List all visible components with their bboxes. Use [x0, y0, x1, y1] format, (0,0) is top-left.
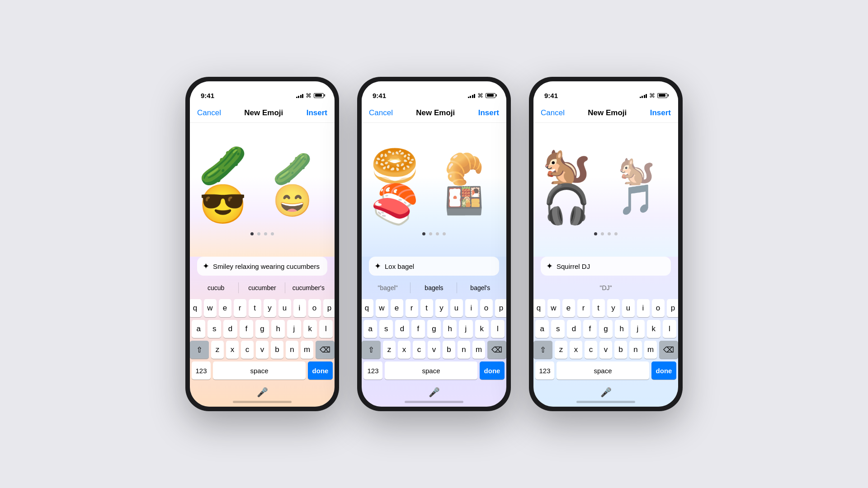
emoji-secondary-1[interactable]: 🥒😄	[273, 153, 326, 216]
key-z-3[interactable]: z	[555, 341, 567, 359]
cancel-button-1[interactable]: Cancel	[197, 108, 221, 117]
key-j-3[interactable]: j	[631, 320, 644, 338]
emoji-secondary-3[interactable]: 🐿️🎵	[618, 155, 669, 214]
autocomplete-item-1-0[interactable]: cucub	[193, 282, 239, 293]
key-c-1[interactable]: c	[241, 341, 254, 359]
key-w-1[interactable]: w	[204, 299, 217, 317]
key-g-3[interactable]: g	[599, 320, 613, 338]
input-field-2[interactable]: ✦ Lox bagel	[369, 257, 499, 276]
shift-key-3[interactable]: ⇧	[533, 341, 552, 359]
emoji-main-1[interactable]: 🥒😎	[199, 146, 264, 223]
key-k-1[interactable]: k	[303, 320, 317, 338]
input-field-3[interactable]: ✦ Squirrel DJ	[541, 257, 671, 276]
key-x-1[interactable]: x	[226, 341, 239, 359]
key-y-1[interactable]: y	[264, 299, 276, 317]
key-l-2[interactable]: l	[491, 320, 505, 338]
num-key-1[interactable]: 123	[192, 361, 211, 380]
key-e-3[interactable]: e	[562, 299, 575, 317]
key-b-3[interactable]: b	[614, 341, 627, 359]
key-k-2[interactable]: k	[475, 320, 489, 338]
key-r-3[interactable]: r	[577, 299, 590, 317]
key-h-1[interactable]: h	[271, 320, 285, 338]
emoji-secondary-2[interactable]: 🥐🍱	[444, 153, 497, 216]
delete-key-3[interactable]: ⌫	[659, 341, 678, 359]
shift-key-1[interactable]: ⇧	[190, 341, 209, 359]
key-n-2[interactable]: n	[458, 341, 470, 359]
key-s-2[interactable]: s	[379, 320, 393, 338]
key-o-3[interactable]: o	[652, 299, 665, 317]
key-o-1[interactable]: o	[308, 299, 321, 317]
key-a-2[interactable]: a	[363, 320, 377, 338]
input-field-1[interactable]: ✦ Smiley relaxing wearing cucumbers	[197, 257, 327, 276]
key-v-2[interactable]: v	[428, 341, 440, 359]
key-n-3[interactable]: n	[629, 341, 642, 359]
key-x-3[interactable]: x	[570, 341, 582, 359]
key-m-2[interactable]: m	[472, 341, 485, 359]
key-h-2[interactable]: h	[443, 320, 457, 338]
key-q-1[interactable]: q	[190, 299, 202, 317]
mic-icon-1[interactable]: 🎤	[257, 387, 268, 398]
autocomplete-item-1-1[interactable]: cucumber	[240, 282, 285, 293]
key-c-2[interactable]: c	[413, 341, 425, 359]
delete-key-2[interactable]: ⌫	[487, 341, 506, 359]
autocomplete-item-3-0[interactable]: "DJ"	[537, 282, 675, 293]
mic-icon-3[interactable]: 🎤	[600, 387, 612, 398]
key-g-1[interactable]: g	[255, 320, 269, 338]
key-y-3[interactable]: y	[607, 299, 620, 317]
key-b-2[interactable]: b	[443, 341, 455, 359]
delete-key-1[interactable]: ⌫	[316, 341, 335, 359]
key-x-2[interactable]: x	[398, 341, 410, 359]
key-i-1[interactable]: i	[293, 299, 306, 317]
key-d-3[interactable]: d	[567, 320, 580, 338]
key-v-3[interactable]: v	[599, 341, 612, 359]
key-v-1[interactable]: v	[256, 341, 269, 359]
key-b-1[interactable]: b	[271, 341, 283, 359]
done-key-3[interactable]: done	[651, 361, 676, 380]
key-p-1[interactable]: p	[323, 299, 335, 317]
key-w-3[interactable]: w	[547, 299, 560, 317]
done-key-2[interactable]: done	[480, 361, 505, 380]
key-m-3[interactable]: m	[644, 341, 657, 359]
insert-button-2[interactable]: Insert	[478, 108, 499, 117]
autocomplete-item-2-2[interactable]: bagel's	[458, 282, 503, 293]
num-key-2[interactable]: 123	[363, 361, 382, 380]
insert-button-1[interactable]: Insert	[307, 108, 327, 117]
key-d-1[interactable]: d	[223, 320, 237, 338]
key-s-3[interactable]: s	[551, 320, 565, 338]
key-f-2[interactable]: f	[411, 320, 425, 338]
key-m-1[interactable]: m	[301, 341, 313, 359]
key-e-1[interactable]: e	[219, 299, 231, 317]
key-s-1[interactable]: s	[208, 320, 221, 338]
key-i-2[interactable]: i	[465, 299, 478, 317]
key-z-1[interactable]: z	[211, 341, 224, 359]
key-j-2[interactable]: j	[459, 320, 472, 338]
cancel-button-3[interactable]: Cancel	[541, 108, 565, 117]
key-c-3[interactable]: c	[585, 341, 597, 359]
space-key-1[interactable]: space	[213, 361, 306, 380]
done-key-1[interactable]: done	[308, 361, 333, 380]
key-l-1[interactable]: l	[319, 320, 333, 338]
key-p-3[interactable]: p	[667, 299, 679, 317]
space-key-2[interactable]: space	[385, 361, 477, 380]
key-d-2[interactable]: d	[395, 320, 409, 338]
autocomplete-item-1-2[interactable]: cucumber's	[286, 282, 331, 293]
key-u-1[interactable]: u	[278, 299, 291, 317]
key-a-1[interactable]: a	[192, 320, 205, 338]
cancel-button-2[interactable]: Cancel	[369, 108, 393, 117]
shift-key-2[interactable]: ⇧	[362, 341, 381, 359]
key-r-1[interactable]: r	[234, 299, 246, 317]
key-f-1[interactable]: f	[240, 320, 253, 338]
key-g-2[interactable]: g	[427, 320, 441, 338]
num-key-3[interactable]: 123	[535, 361, 554, 380]
key-k-3[interactable]: k	[647, 320, 660, 338]
key-z-2[interactable]: z	[383, 341, 396, 359]
emoji-main-2[interactable]: 🥯🍣	[371, 146, 435, 223]
key-t-2[interactable]: t	[420, 299, 433, 317]
autocomplete-item-2-0[interactable]: "bagel"	[365, 282, 410, 293]
key-n-1[interactable]: n	[286, 341, 298, 359]
key-o-2[interactable]: o	[480, 299, 493, 317]
emoji-main-3[interactable]: 🐿️🎧	[542, 146, 609, 223]
space-key-3[interactable]: space	[557, 361, 649, 380]
key-r-2[interactable]: r	[406, 299, 418, 317]
key-q-2[interactable]: q	[362, 299, 373, 317]
